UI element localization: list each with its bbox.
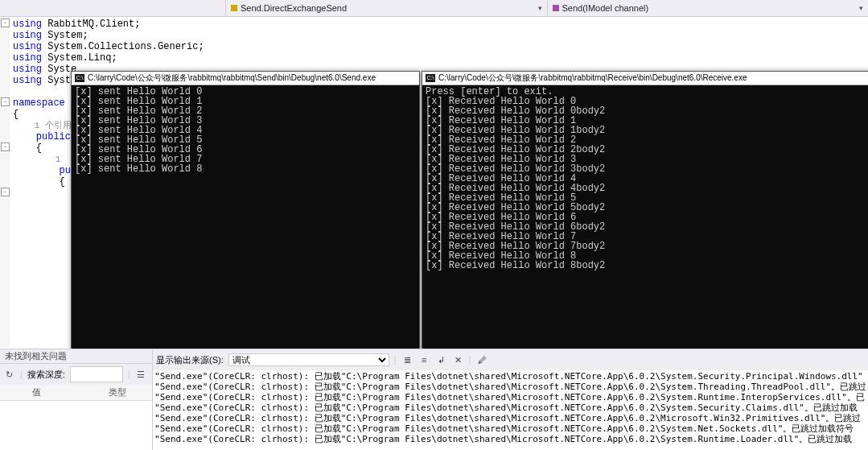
refresh-icon[interactable]: ↻ bbox=[3, 369, 15, 381]
bottom-panels: 未找到相关问题 ↻ | 搜索深度: | ☰ 值 类型 显示输出来源(S): 调试… bbox=[0, 349, 868, 450]
console-title: C:\larry\Code\公众号\微服务\rabbitmq\rabbitmq\… bbox=[88, 73, 376, 83]
output-source-select[interactable]: 调试 bbox=[228, 353, 389, 366]
cmd-icon: C:\ bbox=[75, 74, 84, 82]
col-value[interactable]: 值 bbox=[0, 386, 76, 398]
output-panel: 显示输出来源(S): 调试 | ≣ ≡ ↲ ✕ | 🖉 "Send.exe"(C… bbox=[152, 349, 868, 450]
clear-all-icon[interactable]: ✕ bbox=[452, 354, 464, 366]
fold-toggle[interactable]: - bbox=[1, 97, 10, 106]
toggle-icon[interactable]: ≡ bbox=[418, 354, 430, 366]
fold-toggle[interactable]: - bbox=[1, 19, 10, 27]
chevron-down-icon: ▾ bbox=[859, 4, 863, 12]
chevron-down-icon: ▾ bbox=[538, 4, 542, 12]
issues-toolbar: ↻ | 搜索深度: | ☰ bbox=[0, 364, 152, 385]
search-depth-input[interactable] bbox=[70, 366, 123, 382]
console-title: C:\larry\Code\公众号\微服务\rabbitmq\rabbitmq\… bbox=[438, 73, 747, 83]
col-type[interactable]: 类型 bbox=[76, 386, 153, 398]
breadcrumb-bar: Send.DirectExchangeSend ▾ Send(IModel ch… bbox=[0, 0, 868, 17]
fold-gutter[interactable]: - - - - bbox=[0, 17, 10, 347]
output-source-label: 显示输出来源(S): bbox=[156, 354, 224, 366]
list-icon[interactable]: ☰ bbox=[135, 369, 147, 381]
clear-icon[interactable]: ≣ bbox=[401, 354, 413, 366]
fold-toggle[interactable]: - bbox=[1, 142, 10, 151]
output-toolbar: 显示输出来源(S): 调试 | ≣ ≡ ↲ ✕ | 🖉 bbox=[153, 349, 868, 370]
breadcrumb-method-label: Send(IModel channel) bbox=[562, 3, 649, 13]
issues-tab[interactable]: 未找到相关问题 bbox=[0, 349, 152, 364]
search-label: 搜索深度: bbox=[27, 369, 65, 381]
lock-icon[interactable]: 🖉 bbox=[476, 354, 488, 366]
issues-panel: 未找到相关问题 ↻ | 搜索深度: | ☰ 值 类型 bbox=[0, 349, 152, 450]
output-text[interactable]: "Send.exe"(CoreCLR: clrhost): 已加载"C:\Pro… bbox=[153, 370, 868, 450]
breadcrumb-class-combo[interactable]: Send.DirectExchangeSend ▾ bbox=[225, 0, 547, 16]
console-window-send[interactable]: C:\ C:\larry\Code\公众号\微服务\rabbitmq\rabbi… bbox=[71, 71, 420, 375]
console-output: Press [enter] to exit. [x] Received Hell… bbox=[422, 85, 868, 272]
breadcrumb-method-combo[interactable]: Send(IModel channel) ▾ bbox=[547, 0, 869, 16]
issues-grid-header: 值 类型 bbox=[0, 385, 152, 401]
cmd-icon: C:\ bbox=[426, 74, 435, 82]
wrap-icon[interactable]: ↲ bbox=[435, 354, 447, 366]
console-output: [x] sent Hello World 0 [x] sent Hello Wo… bbox=[72, 85, 419, 175]
issues-grid-body bbox=[0, 401, 152, 450]
fold-toggle[interactable]: - bbox=[1, 188, 10, 196]
class-icon bbox=[231, 5, 237, 11]
console-titlebar[interactable]: C:\ C:\larry\Code\公众号\微服务\rabbitmq\rabbi… bbox=[72, 72, 419, 85]
console-titlebar[interactable]: C:\ C:\larry\Code\公众号\微服务\rabbitmq\rabbi… bbox=[422, 72, 868, 85]
console-window-receive[interactable]: C:\ C:\larry\Code\公众号\微服务\rabbitmq\rabbi… bbox=[422, 71, 868, 375]
breadcrumb-class-label: Send.DirectExchangeSend bbox=[241, 3, 347, 13]
method-icon bbox=[553, 5, 559, 11]
